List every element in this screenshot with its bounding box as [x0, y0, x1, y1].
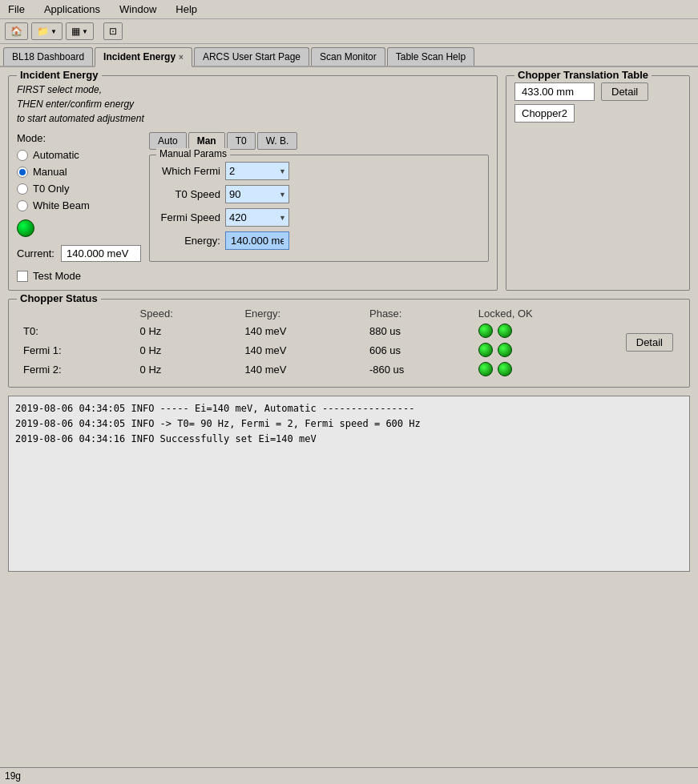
radio-manual[interactable]: [17, 167, 28, 178]
log-panel: 2019-08-06 04:34:05 INFO ----- Ei=140 me…: [8, 396, 690, 572]
fermi1-led2: [498, 343, 512, 357]
tab-table-scan-label: Table Scan Help: [396, 51, 466, 62]
folder-button[interactable]: 📁 ▼: [31, 22, 63, 40]
tab-bl18-dashboard[interactable]: BL18 Dashboard: [3, 47, 93, 66]
cs-row-fermi1-speed: 0 Hz: [134, 340, 239, 360]
which-fermi-select-wrapper: 2 1: [225, 162, 289, 180]
menubar: File Applications Window Help: [0, 0, 698, 19]
ct-detail-button[interactable]: Detail: [601, 82, 648, 101]
cs-row-fermi2-label: Fermi 2:: [17, 360, 134, 379]
fermi2-led1: [478, 362, 493, 376]
fermi-speed-select-wrapper: 420 600: [225, 208, 289, 227]
toolbar: 🏠 📁 ▼ ▦ ▼ ⊡: [0, 19, 698, 44]
incident-energy-title: Incident Energy: [17, 69, 102, 81]
fermi2-led2: [498, 362, 512, 376]
cs-body: Speed: Energy: Phase: Locked, OK T0: 0 H…: [17, 306, 681, 379]
mode-manual[interactable]: Manual: [17, 166, 141, 178]
incident-energy-panel: Incident Energy FIRST select mode, THEN …: [8, 75, 498, 291]
tab-scan-monitor[interactable]: Scan Monitor: [311, 47, 385, 66]
fermi1-led1: [478, 343, 493, 357]
radio-t0only[interactable]: [17, 183, 28, 195]
cs-row-fermi2-phase: -860 us: [363, 360, 472, 379]
ie-body: Mode: Automatic Manual T0 Only: [17, 132, 489, 282]
t0-speed-select-wrapper: 90 60: [225, 185, 289, 203]
cs-table: Speed: Energy: Phase: Locked, OK T0: 0 H…: [17, 306, 626, 379]
ct-value-row: 433.00 mm Detail: [514, 82, 681, 101]
t0-led2: [498, 324, 512, 338]
grid-icon: ▦: [71, 26, 80, 37]
radio-whitebeam[interactable]: [17, 200, 28, 211]
ct-value: 433.00 mm: [514, 82, 595, 101]
log-line-1: 2019-08-06 04:34:05 INFO ----- Ei=140 me…: [15, 401, 683, 416]
fermi-speed-select[interactable]: 420 600: [225, 208, 289, 227]
cs-row-fermi1-energy: 140 meV: [238, 340, 363, 360]
fermi1-led-pair: [478, 343, 619, 357]
cs-row-t0-locked: [472, 321, 626, 340]
cs-row-t0-phase: 880 us: [363, 321, 472, 340]
cs-row-fermi2-speed: 0 Hz: [134, 360, 239, 379]
tab-scan-monitor-label: Scan Monitor: [320, 51, 377, 62]
folder-icon: 📁: [37, 26, 49, 37]
tab-incident-label: Incident Energy: [103, 51, 176, 62]
mode-whitebeam[interactable]: White Beam: [17, 199, 141, 211]
grid-arrow-icon: ▼: [82, 28, 88, 35]
chopper-translation-panel: Chopper Translation Table 433.00 mm Deta…: [506, 75, 690, 291]
cs-col-speed: Speed:: [134, 306, 239, 321]
status-led: [17, 219, 34, 237]
cs-table-wrapper: Speed: Energy: Phase: Locked, OK T0: 0 H…: [17, 306, 626, 379]
manual-params-panel: Manual Params Which Fermi 2 1 T: [149, 155, 489, 262]
mode-tab-t0[interactable]: T0: [227, 132, 256, 150]
menu-file[interactable]: File: [3, 2, 30, 17]
menu-help[interactable]: Help: [171, 2, 202, 17]
folder-arrow-icon: ▼: [50, 28, 57, 35]
ie-left: Mode: Automatic Manual T0 Only: [17, 132, 141, 282]
t0-speed-label: T0 Speed: [156, 188, 220, 200]
top-row: Incident Energy FIRST select mode, THEN …: [8, 75, 690, 291]
tab-table-scan-help[interactable]: Table Scan Help: [387, 47, 474, 66]
tab-arcs[interactable]: ARCS User Start Page: [194, 47, 309, 66]
t0-speed-row: T0 Speed 90 60: [156, 185, 482, 203]
tab-incident-energy[interactable]: Incident Energy ×: [95, 47, 192, 67]
tab-incident-close[interactable]: ×: [179, 53, 184, 62]
ie-right: Auto Man T0 W. B. Manual Params Which Fe…: [149, 132, 489, 282]
test-mode-checkbox[interactable]: [17, 271, 28, 282]
which-fermi-row: Which Fermi 2 1: [156, 162, 482, 180]
connect-button[interactable]: ⊡: [103, 22, 123, 40]
energy-input[interactable]: [225, 231, 289, 250]
chopper-translation-title: Chopper Translation Table: [514, 69, 652, 81]
mode-tab-wb[interactable]: W. B.: [257, 132, 298, 150]
mode-automatic-label: Automatic: [33, 149, 79, 161]
energy-row: Energy:: [156, 231, 482, 250]
which-fermi-select[interactable]: 2 1: [225, 162, 289, 180]
which-fermi-label: Which Fermi: [156, 165, 220, 177]
mode-tab-man[interactable]: Man: [188, 132, 225, 150]
fermi2-led-pair: [478, 362, 619, 376]
menu-window[interactable]: Window: [115, 2, 161, 17]
test-mode-row[interactable]: Test Mode: [17, 270, 141, 282]
t0-speed-select[interactable]: 90 60: [225, 185, 289, 203]
t0-led-pair: [478, 324, 619, 338]
cs-row-fermi2-locked: [472, 360, 626, 379]
cs-row-fermi1-label: Fermi 1:: [17, 340, 134, 360]
table-row: Fermi 1: 0 Hz 140 meV 606 us: [17, 340, 626, 360]
mode-tab-auto[interactable]: Auto: [149, 132, 187, 150]
test-mode-label: Test Mode: [33, 270, 81, 282]
radio-automatic[interactable]: [17, 150, 28, 161]
cs-row-fermi2-energy: 140 meV: [238, 360, 363, 379]
energy-label: Energy:: [156, 235, 220, 247]
current-label: Current:: [17, 247, 54, 259]
chopper-status-panel: Chopper Status Speed: Energy: Phase: Loc…: [8, 299, 690, 388]
menu-applications[interactable]: Applications: [39, 2, 105, 17]
log-line-3: 2019-08-06 04:34:16 INFO Successfully se…: [15, 432, 683, 447]
ct-name: Chopper2: [514, 104, 575, 123]
mode-automatic[interactable]: Automatic: [17, 149, 141, 161]
grid-button[interactable]: ▦ ▼: [66, 22, 94, 40]
mode-manual-label: Manual: [33, 166, 67, 178]
cs-detail-button[interactable]: Detail: [626, 333, 673, 352]
cs-row-t0-energy: 140 meV: [238, 321, 363, 340]
cs-right: Detail: [626, 306, 681, 379]
radio-manual-inner: [19, 169, 26, 175]
mode-label: Mode:: [17, 132, 46, 144]
mode-t0only[interactable]: T0 Only: [17, 183, 141, 195]
home-button[interactable]: 🏠: [5, 22, 28, 40]
